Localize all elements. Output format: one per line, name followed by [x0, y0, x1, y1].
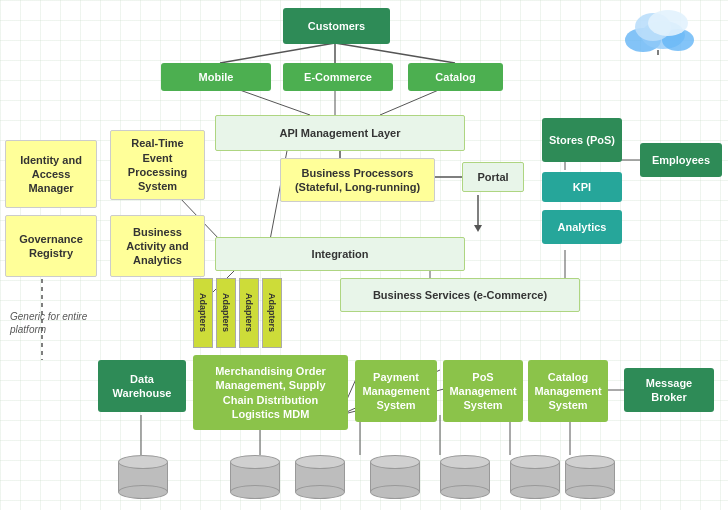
db-1 — [118, 455, 168, 499]
pos-mgmt-box: PoS Management System — [443, 360, 523, 422]
realtime-box: Real-Time Event Processing System — [110, 130, 205, 200]
adapters-group: Adapters Adapters Adapters Adapters — [193, 278, 282, 348]
merchandising-label: Merchandising Order Management, Supply C… — [199, 364, 342, 421]
db-6 — [510, 455, 560, 499]
kpi-label: KPI — [573, 180, 591, 194]
db-7-bottom — [565, 485, 615, 499]
realtime-label: Real-Time Event Processing System — [117, 136, 198, 193]
ecommerce-box: E-Commerce — [283, 63, 393, 91]
db-2-bottom — [230, 485, 280, 499]
integration-box: Integration — [215, 237, 465, 271]
db-6-top — [510, 455, 560, 469]
customers-label: Customers — [308, 19, 365, 33]
adapter-1: Adapters — [193, 278, 213, 348]
payment-box: Payment Management System — [355, 360, 437, 422]
mobile-label: Mobile — [199, 70, 234, 84]
generic-note: Generic for entire platform — [10, 310, 95, 336]
db-4-bottom — [370, 485, 420, 499]
svg-line-2 — [335, 43, 455, 63]
api-layer-label: API Management Layer — [279, 126, 400, 140]
stores-label: Stores (PoS) — [549, 133, 615, 147]
portal-box: Portal — [462, 162, 524, 192]
governance-label: Governance Registry — [12, 232, 90, 261]
data-warehouse-box: Data Warehouse — [98, 360, 186, 412]
db-7 — [565, 455, 615, 499]
adapter-4: Adapters — [262, 278, 282, 348]
catalog-label: Catalog — [435, 70, 475, 84]
customers-box: Customers — [283, 8, 390, 44]
svg-point-33 — [648, 10, 688, 36]
db-1-bottom — [118, 485, 168, 499]
mobile-box: Mobile — [161, 63, 271, 91]
message-broker-box: Message Broker — [624, 368, 714, 412]
identity-label: Identity and Access Manager — [12, 153, 90, 196]
cloud-icon — [618, 5, 698, 55]
db-2-top — [230, 455, 280, 469]
pos-mgmt-label: PoS Management System — [449, 370, 517, 413]
api-layer-box: API Management Layer — [215, 115, 465, 151]
db-3-bottom — [295, 485, 345, 499]
db-1-top — [118, 455, 168, 469]
catalog-box: Catalog — [408, 63, 503, 91]
catalog-mgmt-label: Catalog Management System — [534, 370, 602, 413]
db-2 — [230, 455, 280, 499]
catalog-mgmt-box: Catalog Management System — [528, 360, 608, 422]
merchandising-box: Merchandising Order Management, Supply C… — [193, 355, 348, 430]
adapter-2: Adapters — [216, 278, 236, 348]
biz-services-label: Business Services (e-Commerce) — [373, 288, 547, 302]
data-warehouse-label: Data Warehouse — [104, 372, 180, 401]
db-4-top — [370, 455, 420, 469]
ecommerce-label: E-Commerce — [304, 70, 372, 84]
payment-label: Payment Management System — [361, 370, 431, 413]
employees-label: Employees — [652, 153, 710, 167]
db-5-top — [440, 455, 490, 469]
governance-box: Governance Registry — [5, 215, 97, 277]
kpi-box: KPI — [542, 172, 622, 202]
db-3 — [295, 455, 345, 499]
adapter-3: Adapters — [239, 278, 259, 348]
svg-marker-9 — [474, 225, 482, 232]
analytics-box: Analytics — [542, 210, 622, 244]
biz-proc-box: Business Processors (Stateful, Long-runn… — [280, 158, 435, 202]
biz-activity-box: Business Activity and Analytics — [110, 215, 205, 277]
biz-proc-label: Business Processors (Stateful, Long-runn… — [287, 166, 428, 195]
db-5 — [440, 455, 490, 499]
architecture-diagram: Customers Mobile E-Commerce Catalog Iden… — [0, 0, 728, 510]
analytics-label: Analytics — [558, 220, 607, 234]
db-6-bottom — [510, 485, 560, 499]
db-4 — [370, 455, 420, 499]
db-7-top — [565, 455, 615, 469]
svg-line-0 — [220, 43, 335, 63]
biz-activity-label: Business Activity and Analytics — [117, 225, 198, 268]
employees-box: Employees — [640, 143, 722, 177]
db-3-top — [295, 455, 345, 469]
portal-label: Portal — [477, 170, 508, 184]
db-5-bottom — [440, 485, 490, 499]
identity-box: Identity and Access Manager — [5, 140, 97, 208]
stores-box: Stores (PoS) — [542, 118, 622, 162]
message-broker-label: Message Broker — [630, 376, 708, 405]
integration-label: Integration — [312, 247, 369, 261]
biz-services-box: Business Services (e-Commerce) — [340, 278, 580, 312]
